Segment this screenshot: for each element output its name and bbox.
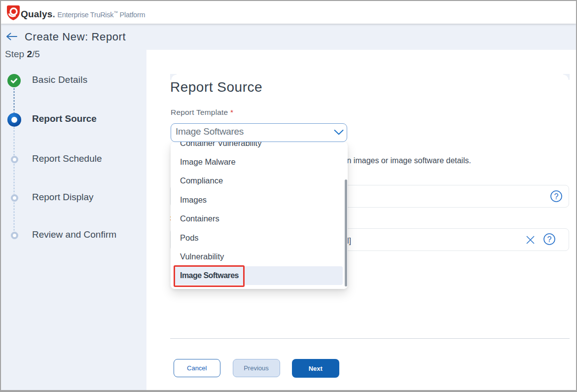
- svg-text:?: ?: [547, 235, 552, 244]
- svg-text:?: ?: [554, 192, 558, 201]
